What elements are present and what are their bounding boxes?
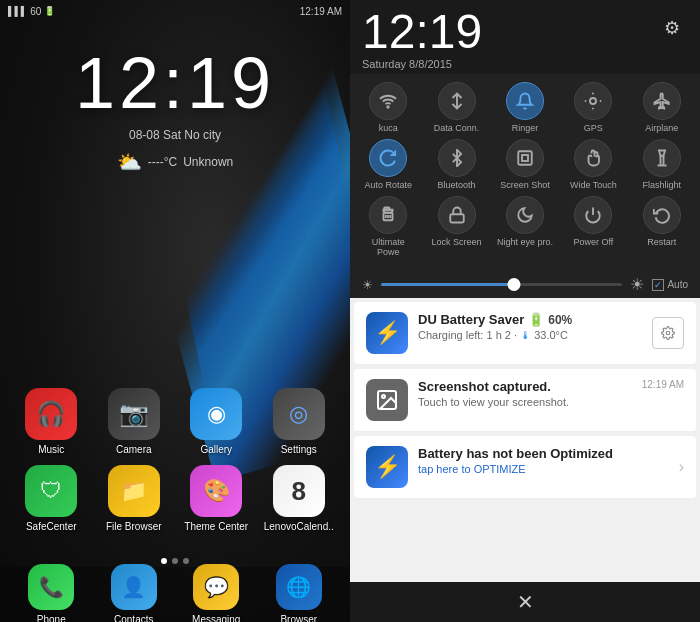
svg-point-0	[387, 106, 389, 108]
toggle-flashlight[interactable]: Flashlight	[633, 139, 691, 190]
notif-time-block: 12:19 Saturday 8/8/2015	[362, 8, 482, 70]
weather-icon: ⛅	[117, 150, 142, 174]
app-label-filebrowser: File Browser	[106, 521, 162, 532]
notif-screenshot[interactable]: Screenshot captured. Touch to view your …	[354, 369, 696, 432]
weather-desc: Unknown	[183, 155, 233, 169]
notif-time-large: 12:19	[362, 8, 482, 56]
brightness-thumb	[507, 278, 520, 291]
toggle-circle-widetouch	[574, 139, 612, 177]
toggle-label-wifi: kuca	[379, 123, 398, 133]
signal-icon: ▌▌▌	[8, 6, 27, 16]
app-icon-music: 🎧	[25, 388, 77, 440]
toggle-label-rotate: Auto Rotate	[364, 180, 412, 190]
battery-status-icon: 🔋	[528, 312, 544, 327]
notif-sub-battery: tap here to OPTIMIZE	[418, 463, 665, 475]
notif-content-battery: Battery has not been Optimized tap here …	[418, 446, 665, 475]
toggle-label-data: Data Conn.	[434, 123, 480, 133]
app-label-phone: Phone	[37, 614, 66, 622]
app-grid: 🎧 Music 📷 Camera ◉ Gallery ◎ Se	[0, 388, 350, 542]
toggle-row-3: Ultimate Powe Lock Screen	[354, 196, 696, 257]
toggle-gps[interactable]: GPS	[564, 82, 622, 133]
dock-contacts[interactable]: 👤 Contacts	[98, 564, 170, 622]
toggle-poweroff[interactable]: Power Off	[564, 196, 622, 257]
toggle-airplane[interactable]: Airplane	[633, 82, 691, 133]
toggle-label-ringer: Ringer	[512, 123, 539, 133]
toggle-lockscreen[interactable]: Lock Screen	[428, 196, 486, 257]
app-camera[interactable]: 📷 Camera	[98, 388, 170, 455]
toggle-circle-data	[438, 82, 476, 120]
app-icon-safecenter: 🛡	[25, 465, 77, 517]
notif-title-battery: Battery has not been Optimized	[418, 446, 665, 461]
app-filebrowser[interactable]: 📁 File Browser	[98, 465, 170, 532]
toggle-circle-bluetooth	[438, 139, 476, 177]
dock-browser[interactable]: 🌐 Browser	[263, 564, 335, 622]
toggle-circle-rotate	[369, 139, 407, 177]
app-settings[interactable]: ◎ Settings	[263, 388, 335, 455]
app-music[interactable]: 🎧 Music	[15, 388, 87, 455]
app-icon-themecenter: 🎨	[190, 465, 242, 517]
toggle-label-bluetooth: Bluetooth	[438, 180, 476, 190]
brightness-slider[interactable]	[381, 283, 622, 286]
toggle-data[interactable]: Data Conn.	[428, 82, 486, 133]
lock-time: 12:19	[0, 42, 350, 124]
lock-weather: ⛅ ----°C Unknown	[0, 150, 350, 174]
toggle-screenshot[interactable]: Screen Shot	[496, 139, 554, 190]
toggle-wifi[interactable]: kuca	[359, 82, 417, 133]
toggle-nighteye[interactable]: Night eye pro.	[496, 196, 554, 257]
toggle-bluetooth[interactable]: Bluetooth	[428, 139, 486, 190]
notifications-area: ⚡ DU Battery Saver 🔋 60% Charging left: …	[350, 298, 700, 582]
notif-content-du: DU Battery Saver 🔋 60% Charging left: 1 …	[418, 312, 684, 341]
dock-phone[interactable]: 📞 Phone	[15, 564, 87, 622]
notif-battery-opt[interactable]: ⚡ Battery has not been Optimized tap her…	[354, 436, 696, 499]
svg-point-6	[590, 98, 596, 104]
close-icon: ✕	[517, 590, 534, 614]
app-calendar[interactable]: 8 LenovoCalend..	[263, 465, 335, 532]
toggle-ultimatepower[interactable]: Ultimate Powe	[359, 196, 417, 257]
toggle-label-lockscreen: Lock Screen	[432, 237, 482, 247]
app-label-messaging: Messaging	[192, 614, 240, 622]
app-icon-gallery: ◉	[190, 388, 242, 440]
brightness-row: ☀ ☀ ✓ Auto	[350, 271, 700, 298]
toggle-circle-screenshot	[506, 139, 544, 177]
notif-du-battery[interactable]: ⚡ DU Battery Saver 🔋 60% Charging left: …	[354, 302, 696, 365]
toggle-row-2: Auto Rotate Bluetooth S	[354, 139, 696, 190]
app-label-browser: Browser	[280, 614, 317, 622]
svg-rect-7	[518, 151, 532, 165]
notif-sub-du: Charging left: 1 h 2 · 🌡 33.0°C	[418, 329, 684, 341]
toggle-ringer[interactable]: Ringer	[496, 82, 554, 133]
weather-temp: ----°C	[148, 155, 177, 169]
app-safecenter[interactable]: 🛡 SafeCenter	[15, 465, 87, 532]
svg-point-17	[666, 331, 670, 335]
toggle-label-poweroff: Power Off	[573, 237, 613, 247]
auto-brightness-label: ✓ Auto	[652, 279, 688, 291]
dock-messaging[interactable]: 💬 Messaging	[180, 564, 252, 622]
toggle-rotate[interactable]: Auto Rotate	[359, 139, 417, 190]
auto-brightness-check[interactable]: ✓	[652, 279, 664, 291]
toggle-circle-restart	[643, 196, 681, 234]
app-row-2: 🛡 SafeCenter 📁 File Browser 🎨 Theme Cent…	[10, 465, 340, 532]
notif-header: 12:19 Saturday 8/8/2015 ⚙	[350, 0, 700, 74]
settings-button[interactable]: ⚙	[656, 12, 688, 44]
toggle-widetouch[interactable]: Wide Touch	[564, 139, 622, 190]
app-label-gallery: Gallery	[200, 444, 232, 455]
lock-screen: ▌▌▌ 60 🔋 12:19 AM 12:19 08-08 Sat No cit…	[0, 0, 350, 622]
toggle-circle-gps	[574, 82, 612, 120]
toggle-label-screenshot: Screen Shot	[500, 180, 550, 190]
notif-icon-du: ⚡	[366, 312, 408, 354]
brightness-low-icon: ☀	[362, 278, 373, 292]
close-bar[interactable]: ✕	[350, 582, 700, 622]
toggle-circle-wifi	[369, 82, 407, 120]
toggle-label-gps: GPS	[584, 123, 603, 133]
toggle-restart[interactable]: Restart	[633, 196, 691, 257]
app-icon-camera: 📷	[108, 388, 160, 440]
notification-shade: 12:19 Saturday 8/8/2015 ⚙	[350, 0, 700, 622]
svg-point-19	[382, 395, 385, 398]
app-gallery[interactable]: ◉ Gallery	[180, 388, 252, 455]
lock-date: 08-08 Sat No city	[0, 128, 350, 142]
du-settings-button[interactable]	[652, 317, 684, 349]
app-icon-phone: 📞	[28, 564, 74, 610]
notif-date-text: Saturday 8/8/2015	[362, 58, 482, 70]
brightness-high-icon: ☀	[630, 275, 644, 294]
app-themecenter[interactable]: 🎨 Theme Center	[180, 465, 252, 532]
toggle-circle-ringer	[506, 82, 544, 120]
